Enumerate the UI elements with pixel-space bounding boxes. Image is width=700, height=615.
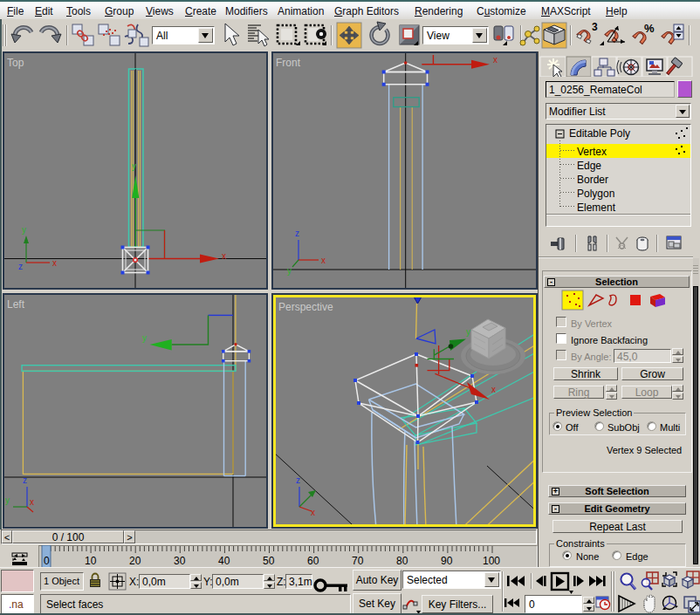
svg-text:z: z — [23, 475, 27, 485]
svg-text:y: y — [466, 327, 470, 337]
svg-text:y: y — [5, 495, 10, 505]
svg-text:y: y — [22, 225, 26, 235]
svg-text:x: x — [30, 497, 34, 507]
svg-text:y: y — [132, 161, 136, 171]
svg-text:y: y — [142, 333, 147, 343]
svg-text:z: z — [296, 475, 300, 485]
svg-text:y: y — [287, 266, 292, 276]
svg-text:z: z — [295, 229, 299, 238]
svg-text:x: x — [222, 251, 226, 261]
svg-text:z: z — [18, 262, 23, 271]
svg-text:x: x — [321, 256, 326, 265]
svg-text:x: x — [493, 55, 498, 65]
svg-text:x: x — [52, 258, 57, 268]
svg-text:x: x — [311, 508, 315, 517]
svg-text:x: x — [491, 385, 496, 394]
